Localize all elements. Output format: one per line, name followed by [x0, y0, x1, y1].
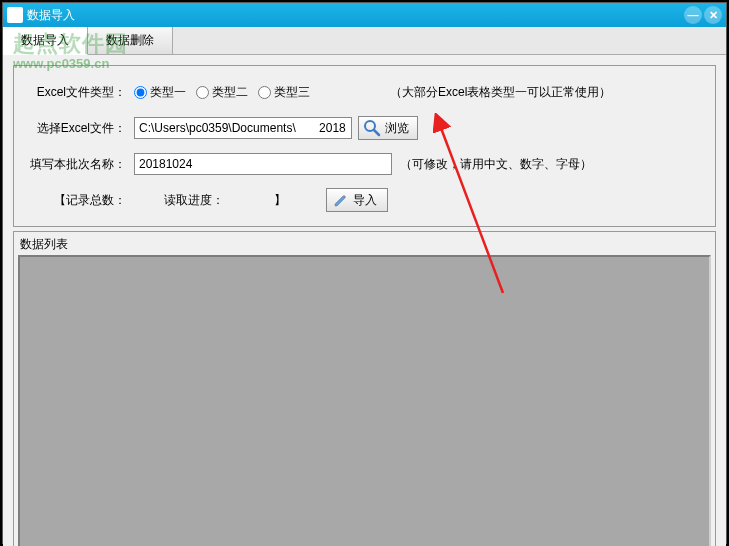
select-file-row: 选择Excel文件： 浏览	[24, 116, 705, 140]
app-icon	[7, 7, 23, 23]
window-controls: — ✕	[684, 6, 722, 24]
record-progress-row: 【记录总数： 读取进度： 】 导入	[24, 188, 705, 212]
svg-line-1	[374, 130, 379, 135]
titlebar: 数据导入 — ✕	[3, 3, 726, 27]
file-path-input[interactable]	[134, 117, 352, 139]
import-button[interactable]: 导入	[326, 188, 388, 212]
radio-type2-input[interactable]	[196, 86, 209, 99]
batch-name-input[interactable]	[134, 153, 392, 175]
app-window: 数据导入 — ✕ 起点软件园 www.pc0359.cn 数据导入 数据删除 E…	[2, 2, 727, 544]
minimize-button[interactable]: —	[684, 6, 702, 24]
file-type-radio-group: 类型一 类型二 类型三	[134, 84, 310, 101]
form-panel: Excel文件类型： 类型一 类型二 类型三 （大部分Excel表	[13, 65, 716, 227]
radio-type3-input[interactable]	[258, 86, 271, 99]
radio-type2[interactable]: 类型二	[196, 84, 248, 101]
data-list-panel: 数据列表	[13, 231, 716, 546]
radio-type1-input[interactable]	[134, 86, 147, 99]
data-list-caption: 数据列表	[18, 236, 711, 255]
browse-button[interactable]: 浏览	[358, 116, 418, 140]
batch-hint: （可修改，请用中文、数字、字母）	[400, 156, 592, 173]
pencil-icon	[333, 192, 349, 208]
magnify-icon	[363, 119, 381, 137]
tab-import[interactable]: 数据导入	[3, 27, 88, 55]
batch-name-row: 填写本批次名称： （可修改，请用中文、数字、字母）	[24, 152, 705, 176]
radio-type3[interactable]: 类型三	[258, 84, 310, 101]
tab-bar: 数据导入 数据删除	[3, 27, 726, 55]
select-file-label: 选择Excel文件：	[24, 120, 134, 137]
content-area: Excel文件类型： 类型一 类型二 类型三 （大部分Excel表	[3, 55, 726, 546]
data-grid[interactable]	[18, 255, 711, 546]
record-count-label: 【记录总数：	[24, 192, 134, 209]
file-type-hint: （大部分Excel表格类型一可以正常使用）	[390, 84, 611, 101]
progress-label: 读取进度：	[164, 192, 224, 209]
radio-type1[interactable]: 类型一	[134, 84, 186, 101]
batch-label: 填写本批次名称：	[24, 156, 134, 173]
tab-delete[interactable]: 数据删除	[88, 27, 173, 54]
file-type-row: Excel文件类型： 类型一 类型二 类型三 （大部分Excel表	[24, 80, 705, 104]
window-title: 数据导入	[27, 7, 684, 24]
file-type-label: Excel文件类型：	[24, 84, 134, 101]
close-button[interactable]: ✕	[704, 6, 722, 24]
progress-close-bracket: 】	[274, 192, 286, 209]
